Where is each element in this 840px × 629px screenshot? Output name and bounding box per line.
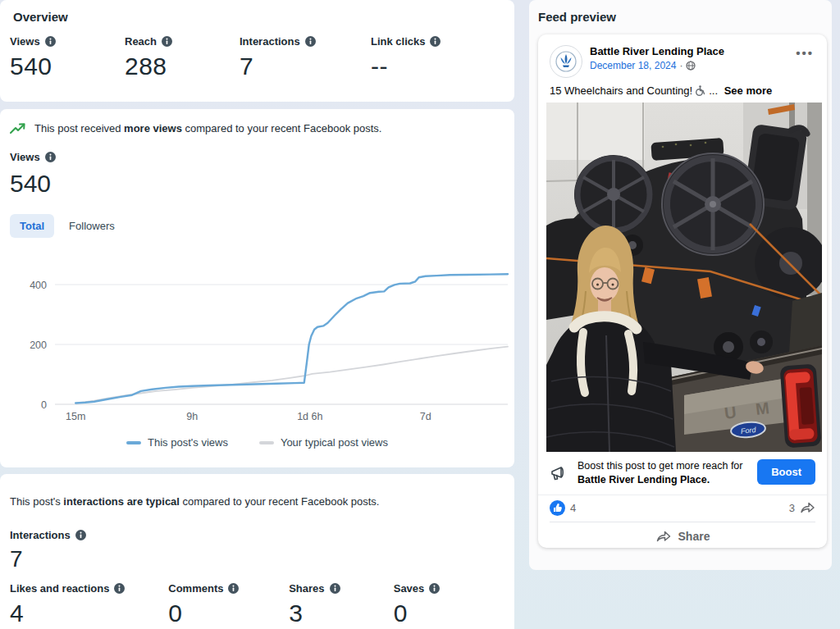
svg-text:400: 400 bbox=[30, 280, 47, 291]
metric-shares: Shares 3 bbox=[289, 582, 394, 627]
interactions-value: 7 bbox=[240, 52, 371, 80]
post-photo: U M Ford bbox=[546, 103, 822, 452]
reaction-counts-row: 4 3 bbox=[538, 495, 827, 522]
svg-text:Ford: Ford bbox=[740, 426, 756, 435]
info-icon[interactable] bbox=[305, 36, 316, 47]
views-insight: This post received more views compared t… bbox=[10, 122, 504, 134]
interactions-primary-value: 7 bbox=[10, 546, 504, 572]
svg-text:200: 200 bbox=[30, 340, 47, 351]
metric-interactions: Interactions 7 bbox=[240, 35, 371, 80]
views-label: Views bbox=[10, 35, 40, 48]
views-chart-container: 020040015m9h1d 6h7d bbox=[10, 254, 504, 431]
metric-reach: Reach 288 bbox=[125, 35, 240, 80]
legend-typical: Your typical post views bbox=[259, 436, 388, 449]
views-chart: 020040015m9h1d 6h7d bbox=[10, 254, 514, 428]
metric-comments: Comments 0 bbox=[168, 582, 289, 627]
interactions-card: This post's interactions are typical com… bbox=[0, 474, 514, 629]
megaphone-icon bbox=[550, 464, 569, 482]
svg-text:U: U bbox=[724, 403, 737, 422]
post-date[interactable]: December 18, 2024 bbox=[590, 60, 676, 71]
post-header: Battle River Lending Place December 18, … bbox=[538, 34, 827, 78]
link-clicks-value: -- bbox=[371, 52, 486, 80]
views-card: This post received more views compared t… bbox=[0, 109, 514, 467]
like-count-group[interactable]: 4 bbox=[550, 500, 576, 516]
page-avatar[interactable] bbox=[550, 45, 582, 78]
info-icon[interactable] bbox=[228, 583, 239, 594]
trend-up-icon bbox=[10, 122, 26, 134]
metric-views: Views 540 bbox=[10, 35, 125, 80]
interactions-metrics: Likes and reactions 4 Comments 0 Shares … bbox=[10, 582, 504, 627]
share-count-icon bbox=[800, 501, 815, 515]
reach-label: Reach bbox=[125, 35, 157, 48]
share-button[interactable]: Share bbox=[538, 522, 827, 548]
more-options-icon[interactable]: ••• bbox=[796, 46, 814, 60]
share-icon bbox=[655, 530, 672, 544]
metric-likes: Likes and reactions 4 bbox=[10, 582, 168, 627]
svg-text:1d 6h: 1d 6h bbox=[297, 411, 322, 422]
info-icon[interactable] bbox=[45, 152, 56, 162]
legend-swatch-blue bbox=[126, 441, 141, 444]
metric-saves: Saves 0 bbox=[394, 582, 504, 627]
info-icon[interactable] bbox=[114, 583, 125, 594]
svg-text:9h: 9h bbox=[186, 411, 198, 422]
taillight bbox=[780, 364, 822, 449]
info-icon[interactable] bbox=[45, 36, 56, 47]
page-logo-icon bbox=[555, 51, 577, 72]
interactions-label: Interactions bbox=[240, 35, 300, 48]
legend-this-post: This post's views bbox=[126, 436, 228, 449]
post-text: 15 Wheelchairs and Counting! ... See mor… bbox=[538, 78, 827, 103]
share-label: Share bbox=[678, 530, 710, 543]
post-header-text: Battle River Lending Place December 18, … bbox=[590, 45, 724, 78]
views-section-label: Views bbox=[10, 151, 40, 163]
legend-swatch-gray bbox=[259, 441, 274, 444]
boost-row: Boost this post to get more reach for Ba… bbox=[538, 452, 827, 495]
views-section-value: 540 bbox=[10, 170, 504, 198]
interactions-insight: This post's interactions are typical com… bbox=[10, 495, 504, 508]
share-count-group[interactable]: 3 bbox=[789, 501, 815, 515]
info-icon[interactable] bbox=[430, 36, 441, 47]
feed-preview-panel: Feed preview Battle River Lending Place … bbox=[529, 0, 832, 570]
feed-preview-title: Feed preview bbox=[538, 10, 616, 24]
svg-text:0: 0 bbox=[41, 399, 47, 411]
metric-link-clicks: Link clicks -- bbox=[371, 35, 486, 80]
like-icon bbox=[550, 500, 565, 516]
reach-value: 288 bbox=[125, 52, 240, 80]
info-icon[interactable] bbox=[429, 583, 440, 594]
link-clicks-label: Link clicks bbox=[371, 35, 425, 48]
boost-button[interactable]: Boost bbox=[757, 459, 815, 485]
globe-icon bbox=[686, 61, 696, 71]
overview-metrics: Views 540 Reach 288 Interactions 7 Link … bbox=[10, 35, 504, 80]
info-icon[interactable] bbox=[162, 36, 172, 47]
see-more-link[interactable]: See more bbox=[724, 84, 773, 97]
views-tabs: Total Followers bbox=[10, 214, 504, 238]
like-count: 4 bbox=[570, 502, 576, 514]
wheelchair-emoji-icon bbox=[695, 85, 706, 96]
tab-followers[interactable]: Followers bbox=[62, 214, 121, 238]
info-icon[interactable] bbox=[75, 530, 86, 540]
views-value: 540 bbox=[10, 52, 125, 80]
share-count: 3 bbox=[789, 502, 795, 514]
overview-card: Overview Views 540 Reach 288 Interaction… bbox=[0, 0, 514, 102]
interactions-primary-label: Interactions bbox=[10, 529, 71, 541]
info-icon[interactable] bbox=[330, 583, 340, 594]
tab-total[interactable]: Total bbox=[10, 214, 54, 238]
chart-legend: This post's views Your typical post view… bbox=[10, 436, 504, 449]
svg-text:7d: 7d bbox=[420, 411, 431, 422]
overview-title: Overview bbox=[13, 10, 504, 24]
boost-text: Boost this post to get more reach for Ba… bbox=[578, 459, 748, 487]
svg-text:M: M bbox=[755, 399, 770, 418]
post-card: Battle River Lending Place December 18, … bbox=[538, 34, 827, 548]
page-name[interactable]: Battle River Lending Place bbox=[590, 45, 724, 57]
svg-text:15m: 15m bbox=[66, 411, 85, 422]
